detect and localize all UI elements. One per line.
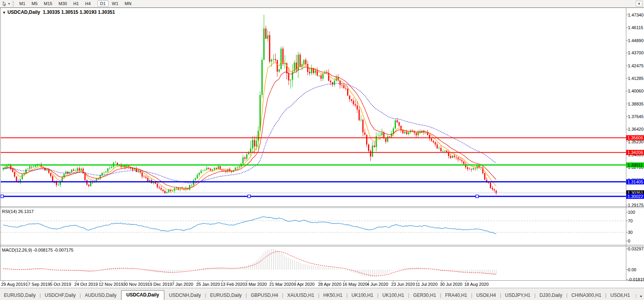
date-label: 7 Jan 2020 [172,282,193,287]
date-label: 19 Dec 2019 [147,282,172,287]
chart-symbol-title: ▼USDCAD,Daily 1.30335 1.30515 1.30193 1.… [2,9,115,15]
level-price-tag-1.30022: 1.30022 [627,194,643,199]
price-tick-label: 1.47340 [628,13,644,17]
price-tick-label: 1.43700 [628,50,644,55]
chart-tab-USOil-H4[interactable]: USOil,H4 [472,291,500,300]
chart-tab-USDCAD-Daily[interactable]: USDCAD,Daily [121,290,164,300]
date-label: 28 Apr 2020 [318,282,341,287]
date-label: 17 Sep 2019 [26,282,50,287]
chart-tab-CHINA300-H1[interactable]: CHINA300,H1 [567,291,605,300]
date-label: 18 Aug 2020 [464,282,489,287]
chart-tab-XAUUSD-H1[interactable]: XAUUSD,H1 [283,291,318,300]
rsi-tick-label: 30 [628,230,633,235]
tab-divider: | [635,294,637,298]
price-tick-label: 1.36420 [628,127,644,131]
level-price-tag-1.33011: 1.33011 [627,163,643,167]
chart-tab-UK100-H1[interactable]: UK100,H1 [348,291,377,300]
level-handle[interactable] [248,195,250,198]
chart-tab-HK50-H1[interactable]: HK50,H1 [319,291,346,300]
price-tick-label: 1.44890 [628,38,644,43]
rsi-tick-label: 100 [628,210,635,215]
price-tick-label: 1.37645 [628,114,644,119]
level-price-tag-1.31405: 1.31405 [627,180,643,184]
ma-fast-line [3,61,496,190]
date-label: 30 Jul 2020 [440,282,462,287]
level-handle[interactable] [1,195,4,198]
ma-slow-line [3,83,496,183]
date-label: 24 Oct 2019 [74,282,98,287]
macd-tick-label: 0.00 [628,267,636,272]
chart-tab-USOil-H1[interactable]: USOil,H1 [606,291,634,300]
chart-tab-USDJPY-H1[interactable]: USDJPY,H1 [501,291,534,300]
candlestick-series [3,15,497,195]
price-tick-label: 1.42475 [628,63,644,68]
price-tick-label: 1.29175 [628,203,644,207]
date-label: 9 Apr 2020 [294,282,315,287]
chart-tab-GBPUSD-H4[interactable]: GBPUSD,H4 [247,291,282,300]
level-handle[interactable] [476,195,478,198]
chart-tab-EURUSD-Daily[interactable]: EURUSD,Daily [0,291,40,300]
chart-tab-USDCNH-Daily[interactable]: USDCNH,Daily [165,291,205,300]
macd-indicator-label: MACD(12,26,9) -0.008175 -0.007175 [2,248,74,252]
chart-tab-GER30-H1[interactable]: GER30,H1 [409,291,440,300]
chart-tab-UK100-H1[interactable]: UK100,H1 [379,291,408,300]
date-label: 11 Jul 2020 [416,282,438,287]
chart-title-caret-icon[interactable]: ▼ [2,11,6,15]
chart-tab-AUDUSD-Daily[interactable]: AUDUSD,Daily [81,291,121,300]
level-price-tag-1.34206: 1.34206 [627,150,643,155]
rsi-tick-label: 70 [628,219,633,223]
chart-canvas: 1.473401.461151.448901.437001.424751.412… [0,0,644,288]
date-label: 13 Feb 2020 [221,282,245,287]
date-label: 29 Aug 2019 [1,282,26,287]
chart-tab-FRA40-H1[interactable]: FRA40,H1 [441,291,471,300]
rsi-tick-label: 0 [628,239,630,243]
price-tick-label: 1.40060 [628,89,644,93]
chart-tab-USDCHF-Daily[interactable]: USDCHF,Daily [41,291,80,300]
date-label: 5 Oct 2019 [50,282,71,287]
rsi-indicator-label: RSI(14) 26.1317 [2,209,34,214]
level-price-tag-1.35606: 1.35606 [627,135,643,140]
date-label: 25 Jan 2020 [196,282,220,287]
date-label: 16 May 2020 [342,282,368,287]
macd-tick-label: 0.032972 [628,246,644,251]
price-tick-label: 1.46115 [628,25,643,30]
macd-signal-line [3,252,496,276]
date-label: 21 Mar 2020 [269,282,294,287]
tab-scroll-left-icon[interactable]: ◂ [640,294,642,298]
macd-histogram [3,249,496,278]
date-label: 30 Nov 2019 [123,282,147,287]
chart-tab-DJ30-Daily[interactable]: DJ30,Daily [535,291,566,300]
price-tick-label: 1.38835 [628,102,644,106]
chart-tabs: EURUSD,Daily|USDCHF,Daily|AUDUSD,DailyUS… [0,290,634,300]
date-label: 12 Nov 2019 [99,282,123,287]
chart-tab-EURUSD-Daily[interactable]: EURUSD,Daily [206,291,246,300]
date-label: 4 Jun 2020 [367,282,388,287]
price-tick-label: 1.41285 [628,76,644,81]
date-label: 3 Mar 2020 [245,282,267,287]
date-label: 23 Jun 2020 [391,282,415,287]
chart-symbol-label: USDCAD,Daily [7,9,40,15]
rsi-line [3,217,496,234]
chart-ohlc-quotes: 1.30335 1.30515 1.30193 1.30351 [43,9,115,15]
tab-scroll-controls: | ◂ ▸ [634,294,644,300]
chart-tab-bar: EURUSD,Daily|USDCHF,Daily|AUDUSD,DailyUS… [0,288,644,300]
trading-platform-window: ▾ M1M5M15M30H1H4D1W1MN ▲ 1.473401.461151… [0,0,644,300]
macd-tick-label: -0.018154 [628,277,644,282]
